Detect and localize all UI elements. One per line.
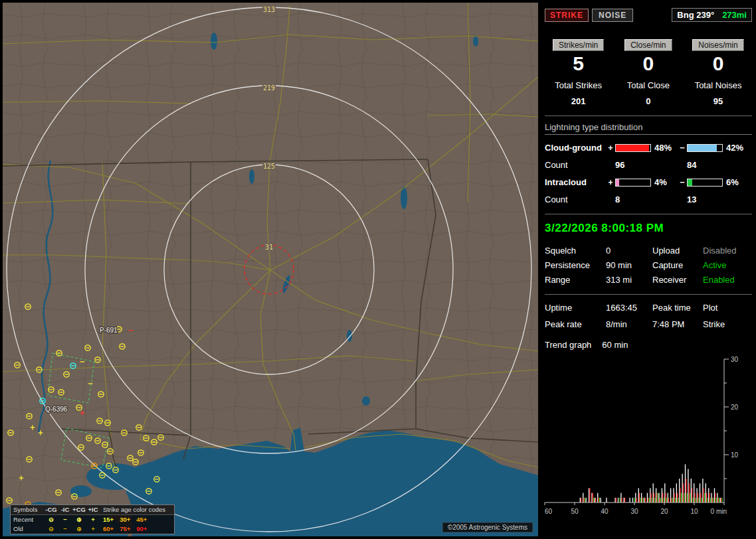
minus-sign: − bbox=[678, 177, 687, 187]
ic-positive-bar bbox=[615, 179, 651, 187]
strike-legend: Symbols -CG -IC +CG +IC Strike age color… bbox=[10, 504, 175, 534]
neg-ic-old-icon: − bbox=[58, 525, 72, 533]
ic-negative-bar bbox=[687, 179, 723, 187]
trend-graph-label: Trend graph bbox=[545, 340, 591, 350]
strikes-per-min-column: Strikes/min 5 bbox=[543, 39, 613, 75]
close-per-min-column: Close/min 0 bbox=[613, 39, 683, 75]
cg-positive-bar-fill bbox=[616, 145, 649, 151]
trend-window-value: 60 min bbox=[602, 340, 628, 350]
peak-rate-label: Peak rate bbox=[545, 319, 606, 329]
total-close: Total Close 0 bbox=[613, 80, 683, 106]
pos-ic-old-icon: + bbox=[86, 525, 100, 533]
total-strikes: Total Strikes 201 bbox=[543, 80, 613, 106]
legend-symbols-header: Symbols bbox=[13, 506, 44, 514]
upload-status: Disabled bbox=[703, 246, 752, 256]
noise-indicator-button[interactable]: NOISE bbox=[592, 9, 633, 22]
distribution-title: Lightning type distribution bbox=[545, 122, 752, 135]
pos-cg-recent-icon: ⊕ bbox=[72, 516, 86, 524]
separator bbox=[545, 116, 752, 116]
neg-cg-recent-icon: ⊖ bbox=[44, 516, 58, 524]
ic-count-label: Count bbox=[545, 194, 606, 204]
peak-time-value: 7:48 PM bbox=[652, 319, 703, 329]
ic-negative-bar-fill bbox=[688, 179, 692, 186]
minus-sign: − bbox=[678, 143, 687, 153]
strikes-per-min-value: 5 bbox=[543, 52, 613, 75]
totals-row: Total Strikes 201 Total Close 0 Total No… bbox=[543, 80, 753, 106]
distribution-table: Cloud-ground + 48% − 42% Count 96 84 Int… bbox=[545, 143, 752, 204]
bearing-label: Bng 239° bbox=[677, 10, 714, 20]
strike-indicator-button[interactable]: STRIKE bbox=[545, 9, 589, 22]
range-ring-label: 31 bbox=[265, 244, 273, 251]
pos-cg-old-icon: ⊕ bbox=[72, 525, 86, 533]
uptime-value: 1663:45 bbox=[606, 303, 652, 313]
cg-negative-count: 84 bbox=[687, 160, 724, 170]
cg-positive-count: 96 bbox=[615, 160, 652, 170]
current-datetime: 3/22/2026 8:00:18 PM bbox=[545, 222, 752, 235]
svg-text:10: 10 bbox=[690, 508, 698, 515]
cloud-ground-label: Cloud-ground bbox=[545, 143, 606, 153]
age-75-label: 75+ bbox=[120, 525, 130, 533]
total-noises-value: 95 bbox=[683, 96, 753, 106]
neg-ic-recent-icon: − bbox=[58, 516, 72, 524]
cg-positive-bar bbox=[615, 144, 651, 152]
uptime-label: Uptime bbox=[545, 303, 606, 313]
noises-per-min-button[interactable]: Noises/min bbox=[692, 39, 743, 51]
plus-sign: + bbox=[606, 177, 615, 187]
legend-old-label: Old bbox=[13, 525, 44, 533]
svg-text:10: 10 bbox=[731, 451, 739, 459]
close-per-min-button[interactable]: Close/min bbox=[624, 39, 672, 51]
svg-text:60: 60 bbox=[545, 508, 553, 515]
app-window: 31321912531P-691Q-6396 Symbols -CG -IC +… bbox=[0, 0, 756, 539]
legend-col-pos-cg: +CG bbox=[72, 506, 86, 514]
range-ring-label: 313 bbox=[263, 6, 275, 13]
legend-old-row: Old ⊖ − ⊕ + 60+ 75+ 90+ bbox=[11, 524, 174, 534]
ic-negative-pct: 6% bbox=[724, 177, 748, 187]
svg-text:30: 30 bbox=[731, 356, 739, 363]
persistence-value: 90 min bbox=[606, 260, 652, 270]
cg-negative-bar bbox=[687, 144, 723, 152]
copyright-text: ©2005 Astrogenic Systems bbox=[442, 522, 533, 532]
strikes-per-min-button[interactable]: Strikes/min bbox=[553, 39, 604, 51]
rates-row: Strikes/min 5 Close/min 0 Noises/min 0 bbox=[543, 39, 753, 75]
legend-header-row: Symbols -CG -IC +CG +IC Strike age color… bbox=[11, 505, 174, 515]
svg-text:0 min: 0 min bbox=[711, 508, 727, 515]
settings-grid: Squelch 0 Upload Disabled Persistence 90… bbox=[545, 246, 752, 285]
noises-per-min-value: 0 bbox=[683, 52, 753, 75]
squelch-label: Squelch bbox=[545, 246, 606, 256]
legend-col-pos-ic: +IC bbox=[86, 506, 100, 514]
plot-label: Plot bbox=[703, 303, 752, 313]
capture-status: Active bbox=[703, 260, 752, 270]
persistence-label: Persistence bbox=[545, 260, 606, 270]
separator bbox=[545, 294, 752, 295]
trend-graph: 1020306050403020100 min bbox=[543, 354, 753, 523]
total-strikes-label: Total Strikes bbox=[543, 80, 613, 90]
age-45-label: 45+ bbox=[136, 516, 147, 524]
legend-col-neg-ic: -IC bbox=[58, 506, 72, 514]
peak-time-label: Peak time bbox=[652, 303, 703, 313]
lightning-map[interactable]: 31321912531P-691Q-6396 bbox=[3, 3, 538, 536]
svg-text:40: 40 bbox=[601, 508, 609, 515]
ic-negative-count: 13 bbox=[687, 194, 724, 204]
legend-age-header: Strike age color codes bbox=[100, 506, 171, 514]
age-30-label: 30+ bbox=[120, 516, 130, 524]
cg-negative-pct: 42% bbox=[724, 143, 748, 153]
close-per-min-value: 0 bbox=[613, 52, 683, 75]
ic-positive-pct: 4% bbox=[652, 177, 678, 187]
total-close-label: Total Close bbox=[613, 80, 683, 90]
trend-graph-chart: 1020306050403020100 min bbox=[543, 354, 749, 521]
cg-positive-pct: 48% bbox=[652, 143, 678, 153]
neg-cg-old-icon: ⊖ bbox=[44, 525, 58, 533]
plot-value: Strike bbox=[703, 319, 752, 329]
total-noises: Total Noises 95 bbox=[683, 80, 753, 106]
pos-ic-recent-icon: + bbox=[86, 516, 100, 524]
map-area: 31321912531P-691Q-6396 Symbols -CG -IC +… bbox=[3, 3, 538, 536]
svg-text:50: 50 bbox=[571, 508, 579, 515]
cg-negative-bar-fill bbox=[688, 145, 717, 151]
status-panel: STRIKE NOISE Bng 239° 273mi Strikes/min … bbox=[543, 3, 753, 536]
bearing-display: Bng 239° 273mi bbox=[672, 8, 752, 22]
noises-per-min-column: Noises/min 0 bbox=[683, 39, 753, 75]
squelch-value: 0 bbox=[606, 246, 652, 256]
total-close-value: 0 bbox=[613, 96, 683, 106]
indicator-row: STRIKE NOISE Bng 239° 273mi bbox=[545, 8, 752, 22]
total-strikes-value: 201 bbox=[543, 96, 613, 106]
